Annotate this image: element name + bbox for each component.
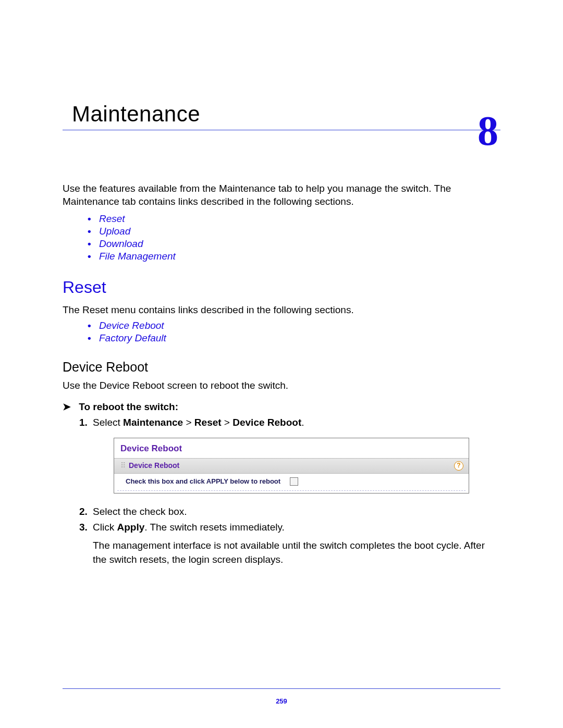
drag-handle-icon[interactable]: ⠿ (120, 461, 125, 471)
reboot-checkbox[interactable] (290, 477, 298, 486)
reboot-row: Check this box and click APPLY below to … (117, 474, 466, 491)
link-upload[interactable]: Upload (88, 226, 500, 237)
chapter-number: 8 (478, 118, 498, 143)
chapter-header: Maintenance 8 (63, 102, 500, 130)
step-3-note: The management interface is not availabl… (93, 539, 500, 566)
step-2: Select the check box. (79, 505, 500, 519)
step-1: Select Maintenance > Reset > Device Rebo… (79, 416, 500, 493)
footer-divider (63, 688, 500, 689)
intro-paragraph: Use the features available from the Main… (63, 182, 500, 208)
link-reset[interactable]: Reset (88, 213, 500, 225)
panel-subheader: ⠿ Device Reboot ? (114, 458, 469, 474)
steps-list: Select Maintenance > Reset > Device Rebo… (63, 416, 500, 567)
subsection-heading-device-reboot: Device Reboot (63, 360, 500, 375)
reset-link-list: Device Reboot Factory Default (63, 320, 500, 344)
page-number: 259 (0, 697, 563, 705)
device-reboot-panel: Device Reboot ⠿ Device Reboot ? Check th… (114, 438, 469, 493)
help-icon[interactable]: ? (454, 461, 463, 471)
link-download[interactable]: Download (88, 238, 500, 250)
link-device-reboot[interactable]: Device Reboot (88, 320, 500, 331)
apply-keyword: Apply (117, 522, 144, 533)
step-3: Click Apply. The switch resets immediate… (79, 521, 500, 566)
section-link-list: Reset Upload Download File Management (63, 213, 500, 262)
reset-body: The Reset menu contains links described … (63, 303, 500, 317)
link-factory-default[interactable]: Factory Default (88, 332, 500, 344)
document-page: Maintenance 8 Use the features available… (0, 0, 563, 566)
section-heading-reset: Reset (63, 278, 500, 297)
device-reboot-body: Use the Device Reboot screen to reboot t… (63, 379, 500, 392)
task-label: To reboot the switch: (79, 401, 178, 412)
link-file-management[interactable]: File Management (88, 251, 500, 262)
reboot-row-label: Check this box and click APPLY below to … (126, 477, 280, 486)
panel-title: Device Reboot (114, 438, 469, 458)
panel-subtitle: Device Reboot (129, 461, 179, 471)
step-1-text: Select Maintenance > Reset > Device Rebo… (93, 417, 304, 428)
task-arrow-icon: ➤ (63, 401, 76, 413)
chapter-title: Maintenance (72, 102, 200, 130)
task-heading: ➤ To reboot the switch: (63, 401, 500, 413)
